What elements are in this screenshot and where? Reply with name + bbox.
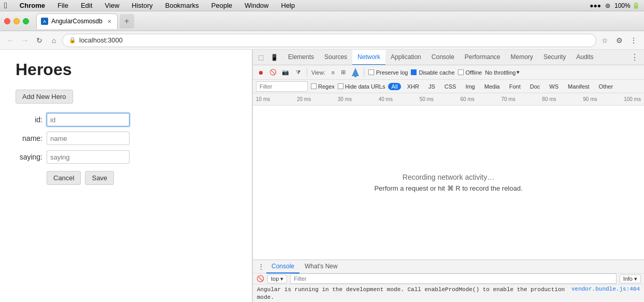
apple-menu[interactable]:  — [4, 1, 7, 10]
reload-button[interactable]: ↻ — [33, 34, 46, 47]
upload-arrow-icon — [351, 66, 360, 79]
hide-data-checkbox-group[interactable]: Hide data URLs — [338, 83, 385, 90]
id-field-row: id: — [16, 113, 236, 126]
form-actions: Cancel Save — [16, 171, 236, 185]
filter-type-img[interactable]: Img — [462, 83, 478, 90]
menu-file[interactable]: File — [55, 2, 70, 9]
tab-elements[interactable]: Elements — [283, 50, 319, 65]
address-bar[interactable]: 🔒 localhost:3000 — [62, 34, 596, 47]
nav-bar: ← → ↻ ⌂ 🔒 localhost:3000 ☆ ⚙ ⋮ — [0, 31, 644, 50]
tick-40ms: 40 ms — [379, 96, 393, 102]
filter-type-xhr[interactable]: XHR — [404, 83, 422, 90]
filter-type-doc[interactable]: Doc — [527, 83, 543, 90]
record-button[interactable]: ⏺ — [256, 68, 265, 77]
filter-type-css[interactable]: CSS — [441, 83, 460, 90]
filter-button[interactable]: ⧩ — [293, 68, 303, 77]
console-tab-menu-icon[interactable]: ⋮ — [256, 262, 266, 272]
tab-audits[interactable]: Audits — [571, 50, 598, 65]
preserve-log-checkbox[interactable] — [368, 69, 374, 75]
network-filter-input[interactable] — [256, 81, 308, 92]
list-view-icon[interactable]: ≡ — [328, 68, 338, 77]
page-title: Heroes — [16, 60, 236, 79]
console-context-select[interactable]: top ▾ — [267, 275, 287, 283]
toolbar-separator — [307, 68, 307, 77]
minimize-window-button[interactable] — [13, 18, 20, 24]
tick-90ms: 90 ms — [583, 96, 597, 102]
tab-network[interactable]: Network — [352, 50, 385, 65]
menu-button[interactable]: ⋮ — [627, 34, 640, 47]
menu-bookmarks[interactable]: Bookmarks — [163, 2, 201, 9]
menu-chrome[interactable]: Chrome — [18, 2, 47, 9]
filter-type-manifest[interactable]: Manifest — [565, 83, 593, 90]
regex-checkbox[interactable] — [311, 83, 317, 89]
regex-checkbox-group[interactable]: Regex — [311, 83, 335, 90]
filter-type-ws[interactable]: WS — [546, 83, 562, 90]
console-log-text: Angular is running in the development mo… — [257, 286, 565, 300]
console-level-select[interactable]: Info ▾ — [620, 275, 641, 283]
tick-50ms: 50 ms — [420, 96, 434, 102]
devtools-device-icon[interactable]: 📱 — [268, 52, 280, 63]
id-input[interactable] — [47, 113, 130, 126]
filter-type-js[interactable]: JS — [425, 83, 438, 90]
timeline-ticks: 10 ms 20 ms 30 ms 40 ms 50 ms 60 ms 70 m… — [256, 96, 641, 102]
menu-view[interactable]: View — [103, 2, 121, 9]
menu-people[interactable]: People — [209, 2, 234, 9]
back-button[interactable]: ← — [4, 34, 17, 47]
tab-security[interactable]: Security — [538, 50, 571, 65]
save-button[interactable]: Save — [85, 171, 114, 185]
throttle-value: No throttling — [485, 69, 516, 76]
tick-30ms: 30 ms — [338, 96, 352, 102]
cancel-button[interactable]: Cancel — [47, 171, 81, 185]
disable-cache-checkbox[interactable] — [411, 69, 417, 75]
tab-close-button[interactable]: ✕ — [106, 18, 113, 25]
camera-button[interactable]: 📷 — [281, 68, 290, 77]
menu-help[interactable]: Help — [279, 2, 297, 9]
tab-sources[interactable]: Sources — [319, 50, 352, 65]
close-window-button[interactable] — [4, 18, 10, 24]
menu-bar-extras: ●●● — [590, 2, 601, 9]
view-icons: ≡ ⊞ — [328, 68, 348, 77]
throttle-select[interactable]: No throttling ▾ — [485, 69, 520, 76]
clear-button[interactable]: 🚫 — [268, 68, 278, 77]
add-hero-button[interactable]: Add New Hero — [16, 90, 73, 104]
menu-history[interactable]: History — [130, 2, 154, 9]
console-tab-console[interactable]: Console — [266, 260, 299, 274]
tab-performance[interactable]: Performance — [460, 50, 506, 65]
saying-input[interactable] — [47, 150, 130, 164]
tab-application[interactable]: Application — [385, 50, 426, 65]
forward-button[interactable]: → — [19, 34, 31, 47]
console-log-link[interactable]: vendor.bundle.js:404 — [571, 286, 640, 292]
bookmark-button[interactable]: ☆ — [598, 34, 611, 47]
maximize-window-button[interactable] — [23, 18, 29, 24]
tab-memory[interactable]: Memory — [506, 50, 538, 65]
offline-checkbox-group[interactable]: Offline — [458, 69, 482, 76]
menu-edit[interactable]: Edit — [79, 2, 94, 9]
home-button[interactable]: ⌂ — [48, 34, 60, 47]
filter-type-font[interactable]: Font — [506, 83, 524, 90]
devtools-tab-bar: ⬚ 📱 Elements Sources Network Application… — [253, 50, 644, 65]
tab-console[interactable]: Console — [426, 50, 460, 65]
new-tab-button[interactable]: + — [120, 14, 134, 28]
console-filter-input[interactable] — [290, 274, 616, 284]
console-clear-button[interactable]: 🚫 — [256, 275, 264, 283]
view-label: View: — [311, 69, 325, 76]
hide-data-checkbox[interactable] — [338, 83, 344, 89]
name-label: name: — [16, 134, 47, 142]
grid-view-icon[interactable]: ⊞ — [339, 68, 348, 77]
menu-window[interactable]: Window — [242, 2, 270, 9]
filter-type-other[interactable]: Other — [596, 83, 617, 90]
console-tab-whats-new[interactable]: What's New — [299, 260, 343, 274]
preserve-log-checkbox-group[interactable]: Preserve log — [368, 69, 408, 76]
name-input[interactable] — [47, 132, 130, 145]
active-tab[interactable]: A AngularCosmosdb ✕ — [36, 13, 118, 29]
id-label: id: — [16, 116, 47, 124]
extensions-button[interactable]: ⚙ — [613, 34, 625, 47]
disable-cache-checkbox-group[interactable]: Disable cache — [411, 69, 454, 76]
devtools-more-tabs[interactable]: ⋮ — [627, 52, 642, 62]
offline-checkbox[interactable] — [458, 69, 464, 75]
filter-type-all[interactable]: All — [388, 83, 400, 90]
filter-type-media[interactable]: Media — [481, 83, 503, 90]
devtools-inspect-icon[interactable]: ⬚ — [255, 52, 266, 63]
app-content: Heroes Add New Hero id: name: saying: Ca… — [0, 50, 252, 302]
devtools-toolbar: ⏺ 🚫 📷 ⧩ View: ≡ ⊞ Preserve log — [253, 65, 644, 80]
